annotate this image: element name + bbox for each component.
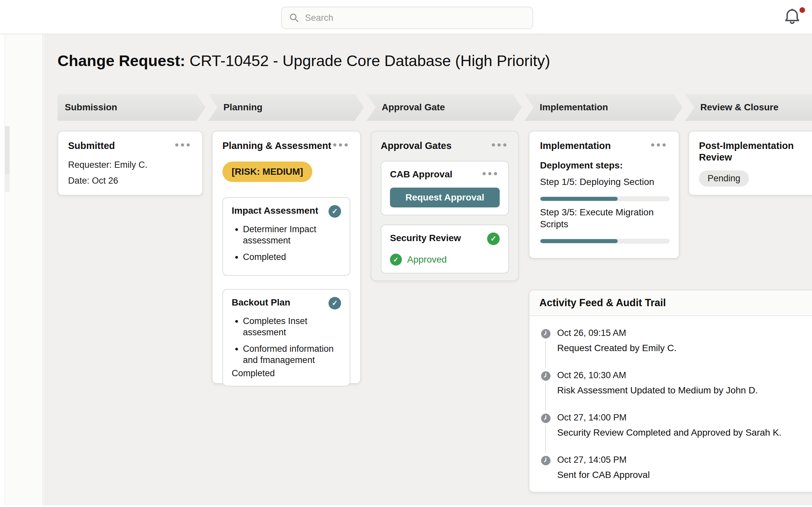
date-line: Date: Oct 26	[68, 175, 192, 186]
approval-gates-title: Approval Gates	[381, 140, 451, 152]
activity-entry: Oct 27, 14:00 PM Security Review Complet…	[541, 412, 812, 438]
notification-badge-dot	[800, 7, 805, 13]
post-implementation-review-card: Post-Implementation Review Pending	[689, 131, 812, 195]
progress-bar-fill	[540, 239, 618, 243]
submitted-card: Submitted ●●● Requester: Emily C. Date: …	[57, 131, 203, 195]
implementation-card: Implementation ●●● Deployment steps: Ste…	[529, 131, 679, 259]
activity-entry-time: Oct 27, 14:00 PM	[557, 412, 812, 423]
collapsed-sidebar	[5, 34, 43, 505]
backout-completed-label: Completed	[232, 368, 341, 379]
activity-entry-text: Risk Assessment Updated to Medium by Joh…	[557, 385, 812, 396]
ellipsis-menu-icon[interactable]: ●●●	[650, 140, 668, 149]
search-icon	[289, 12, 300, 23]
sidebar-scroll-tab-lower	[5, 174, 10, 192]
backout-plan-bullets: Completes Inset assesment Conformed info…	[243, 316, 341, 365]
sidebar-scroll-tab[interactable]	[5, 126, 10, 174]
progress-bar-fill	[540, 197, 618, 201]
ellipsis-menu-icon[interactable]: ●●●	[174, 140, 192, 149]
check-circle-icon: ✓	[328, 297, 341, 309]
main-content: Change Request: CRT-10452 - Upgrade Core…	[44, 34, 812, 505]
impact-assessment-subcard: Impact Assessment ✓ Determiner Impact as…	[222, 197, 350, 276]
activity-entry-text: Request Created by Emily C.	[557, 342, 812, 354]
clock-icon	[541, 371, 551, 381]
activity-entry: Oct 26, 09:15 AM Request Created by Emil…	[541, 328, 812, 354]
activity-feed-title: Activity Feed & Audit Trail	[539, 297, 812, 309]
bullet-item: Completed	[243, 251, 341, 263]
security-review-card: Security Review ✓ ✓ Approved	[381, 225, 509, 274]
activity-entry-text: Sent for CAB Approval	[557, 469, 812, 481]
bullet-item: Conformed information and fmanagement	[243, 343, 341, 365]
deployment-steps-label: Deployment steps:	[540, 160, 668, 171]
pending-status-badge: Pending	[699, 170, 749, 187]
stage-approval-gate[interactable]: Approval Gate	[366, 94, 522, 121]
stage-planning[interactable]: Planning	[208, 94, 364, 121]
approved-check-icon: ✓	[390, 253, 402, 266]
stage-pipeline: Submission Planning Approval Gate Implem…	[57, 94, 812, 121]
stage-implementation[interactable]: Implementation	[524, 94, 682, 121]
clock-icon	[541, 413, 551, 424]
progress-bar	[540, 239, 669, 243]
window-edge-strip	[0, 34, 5, 505]
check-circle-icon: ✓	[487, 232, 500, 245]
top-bar	[0, 0, 812, 34]
submitted-card-title: Submitted	[68, 140, 115, 152]
notifications-button[interactable]	[782, 7, 806, 31]
search-input[interactable]	[305, 13, 526, 23]
ellipsis-menu-icon[interactable]: ●●●	[481, 169, 500, 178]
stage-review-closure[interactable]: Review & Closure	[685, 94, 812, 121]
requester-line: Requester: Emily C.	[68, 160, 192, 170]
cab-approval-card: CAB Approval ●●● Request Approval	[381, 161, 509, 216]
clock-icon	[541, 329, 551, 339]
step-label: Step 1/5: Deploying Section	[540, 176, 666, 188]
progress-bar	[540, 196, 669, 201]
impact-assessment-title: Impact Assessment	[232, 205, 318, 216]
activity-entry-time: Oct 26, 10:30 AM	[557, 370, 812, 381]
page-title-value: CRT-10452 - Upgrade Core Database (High …	[190, 52, 550, 69]
bell-icon	[782, 7, 802, 26]
check-circle-icon: ✓	[328, 205, 341, 218]
page-title-label: Change Request:	[57, 52, 186, 69]
bullet-item: Completes Inset assesment	[243, 316, 341, 338]
activity-entry-text: Security Review Completed and Approved b…	[557, 427, 812, 438]
activity-feed-card: Activity Feed & Audit Trail Oct 26, 09:1…	[529, 290, 812, 493]
ellipsis-menu-icon[interactable]: ●●●	[491, 140, 509, 149]
post-review-title: Post-Implementation Review	[699, 140, 811, 163]
search-box[interactable]	[281, 7, 533, 29]
bullet-item: Determiner Impact assessment	[243, 224, 341, 246]
implementation-card-title: Implementation	[540, 140, 611, 152]
stage-submission[interactable]: Submission	[57, 94, 206, 121]
activity-entry-time: Oct 26, 09:15 AM	[557, 328, 812, 338]
activity-entry: Oct 27, 14:05 PM Sent for CAB Approval	[541, 455, 812, 481]
activity-entry-time: Oct 27, 14:05 PM	[557, 455, 812, 465]
approved-status-label: Approved	[407, 254, 447, 265]
security-review-title: Security Review	[390, 232, 461, 244]
request-approval-button[interactable]: Request Approval	[390, 187, 500, 208]
ellipsis-menu-icon[interactable]: ●●●	[332, 140, 350, 149]
page-title: Change Request: CRT-10452 - Upgrade Core…	[57, 52, 550, 70]
clock-icon	[541, 455, 551, 466]
planning-card-title: Planning & Assessment	[222, 140, 331, 152]
planning-assessment-card: Planning & Assessment ●●● [RISK: MEDIUM]…	[212, 131, 361, 384]
cab-approval-title: CAB Approval	[390, 169, 452, 180]
activity-feed-list: Oct 26, 09:15 AM Request Created by Emil…	[529, 316, 812, 481]
impact-assessment-bullets: Determiner Impact assessment Completed	[243, 224, 341, 263]
backout-plan-subcard: Backout Plan ✓ Completes Inset assesment…	[222, 289, 350, 386]
risk-badge: [RISK: MEDIUM]	[222, 162, 312, 182]
backout-plan-title: Backout Plan	[232, 297, 290, 308]
activity-entry: Oct 26, 10:30 AM Risk Assessment Updated…	[541, 370, 812, 396]
activity-feed-header: Activity Feed & Audit Trail	[529, 290, 812, 316]
approval-gates-panel: Approval Gates ●●● CAB Approval ●●● Requ…	[371, 131, 519, 281]
step-label: Step 3/5: Execute Migration Scripts	[540, 207, 666, 230]
